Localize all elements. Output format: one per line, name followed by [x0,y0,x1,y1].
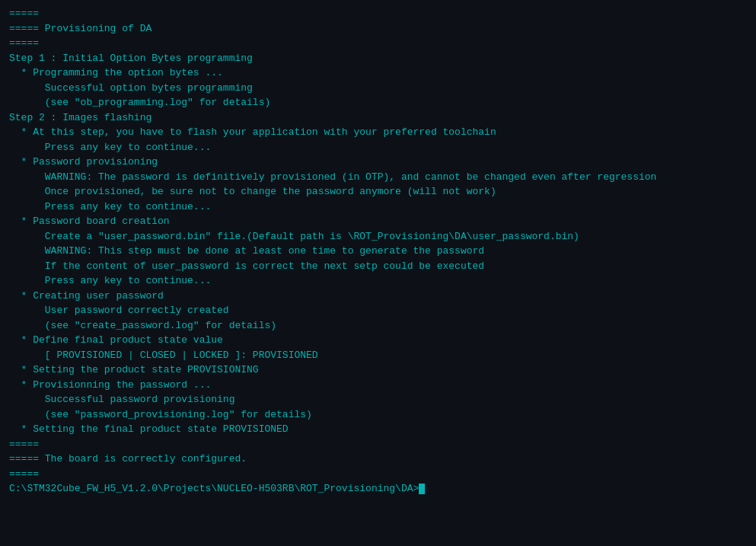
terminal-line: * Programming the option bytes ... [9,65,747,81]
terminal-line: ===== [9,6,747,21]
terminal-line: WARNING: The password is definitively pr… [9,170,747,185]
terminal-line: (see "create_password.log" for details) [9,318,747,334]
terminal-line: (see "ob_programming.log" for details) [9,95,747,110]
terminal-line: (see "password_provisioning.log" for det… [9,407,747,423]
terminal-line: * Setting the final product state PROVIS… [9,422,747,437]
terminal-line: ===== [9,36,747,51]
terminal-line: ===== Provisioning of DA [9,21,747,37]
terminal-line: [ PROVISIONED | CLOSED | LOCKED ]: PROVI… [9,348,747,363]
terminal-line: * Provisionning the password ... [9,378,747,393]
terminal-line: Once provisioned, be sure not to change … [9,184,747,200]
cursor-block [419,484,425,494]
terminal-line: * At this step, you have to flash your a… [9,125,747,140]
terminal-line: * Password board creation [9,214,747,229]
terminal-line: If the content of user_password is corre… [9,259,747,274]
terminal-line: Create a "user_password.bin" file.(Defau… [9,229,747,244]
terminal-line: ===== [9,467,747,482]
terminal-line: ===== The board is correctly configured. [9,452,747,467]
terminal-line: Step 1 : Initial Option Bytes programmin… [9,51,747,66]
terminal-line: * Define final product state value [9,333,747,348]
terminal-window[interactable]: ========== Provisioning of DA=====Step 1… [0,0,756,546]
terminal-line: Step 2 : Images flashing [9,110,747,126]
terminal-line: ===== [9,437,747,452]
terminal-line: Successful option bytes programming [9,81,747,96]
terminal-line: * Creating user password [9,289,747,304]
terminal-line: C:\STM32Cube_FW_H5_V1.2.0\Projects\NUCLE… [9,481,747,497]
terminal-line: * Setting the product state PROVISIONING [9,362,747,378]
terminal-line: WARNING: This step must be done at least… [9,244,747,259]
terminal-line: Press any key to continue... [9,273,747,289]
terminal-line: Successful password provisioning [9,392,747,407]
terminal-line: * Password provisioning [9,155,747,170]
terminal-line: Press any key to continue... [9,200,747,215]
terminal-line: User password correctly created [9,303,747,318]
terminal-line: Press any key to continue... [9,140,747,155]
